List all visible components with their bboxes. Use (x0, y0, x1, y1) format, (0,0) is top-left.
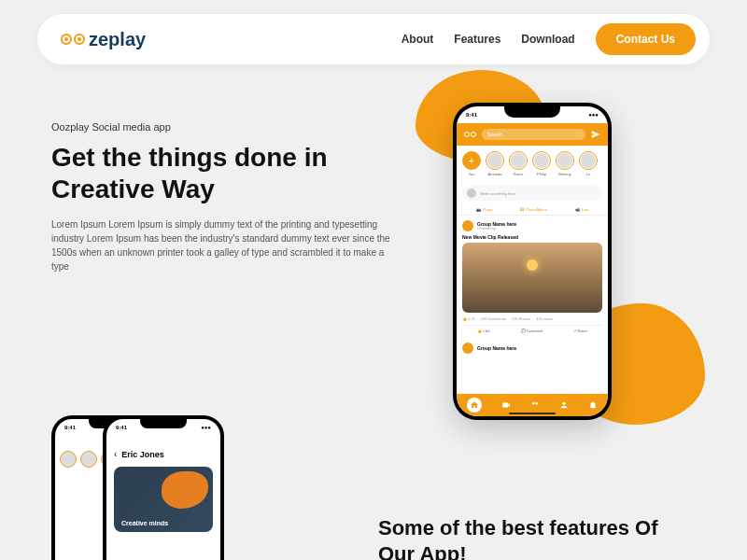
groups-icon[interactable] (530, 400, 540, 410)
hero-section: Oozplay Social media app Get the things … (51, 121, 397, 273)
notifications-icon[interactable] (588, 400, 598, 410)
post-timestamp: 10 minutes ago (477, 227, 516, 231)
features-section: 9:41●●● 9:41●●● ‹ Eric Jones Creative mi (51, 471, 696, 560)
feed-post: Group Name here (457, 341, 608, 361)
signal-icon: ●●● (588, 112, 599, 118)
story-item[interactable]: Le (579, 151, 598, 176)
shares-count: 126 Shares (512, 316, 530, 321)
post-action-row: 📷 Photo 🖼 Photo Album 📹 Live (457, 204, 608, 216)
post-avatar[interactable] (462, 343, 473, 354)
story-item (60, 451, 77, 468)
friends-icon[interactable] (559, 400, 569, 410)
likes-count: 👍 1.2k (462, 316, 475, 321)
phone-time: 9:41 (466, 112, 477, 118)
creative-card[interactable]: Creative minds (114, 467, 213, 532)
story-item (80, 451, 97, 468)
phone-mockup: 9:41 ●●● Search +You Amanda Grace Philip… (453, 103, 612, 420)
home-indicator (509, 413, 556, 414)
share-button[interactable]: ↗ Share (573, 329, 587, 333)
phone-notch (504, 106, 560, 118)
live-action[interactable]: 📹 Live (575, 207, 588, 212)
comments-count: 126 Comments (481, 316, 506, 321)
post-avatar[interactable] (462, 220, 473, 231)
hero-title: Get the things done in Creative Way (51, 142, 397, 204)
send-icon[interactable] (591, 130, 600, 139)
story-item[interactable]: Grace (509, 151, 528, 176)
navbar: zeplay About Features Download Contact U… (37, 14, 710, 64)
story-add[interactable]: +You (462, 151, 481, 176)
logo-eyes-icon (61, 34, 85, 45)
nav-links: About Features Download Contact Us (402, 23, 696, 55)
post-title: New Movie Clip Released (462, 234, 602, 240)
post-buttons: 👍 Like 💬 Comment ↗ Share (462, 325, 602, 336)
post-stats: 👍 1.2k 126 Comments 126 Shares 42k views (462, 313, 602, 325)
phone-mockup-area: 9:41 ●●● Search +You Amanda Grace Philip… (406, 70, 658, 443)
like-button[interactable]: 👍 Like (477, 329, 489, 333)
views-count: 42k views (536, 316, 553, 321)
nav-link-about[interactable]: About (402, 33, 434, 46)
nav-link-features[interactable]: Features (454, 33, 500, 46)
logo-text: zeplay (89, 29, 146, 50)
story-item[interactable]: Amanda (486, 151, 504, 176)
card-title: Creative minds (121, 520, 168, 526)
phone-mockup-front: 9:41●●● ‹ Eric Jones Creative minds (103, 415, 224, 560)
video-icon[interactable] (501, 400, 511, 410)
photo-action[interactable]: 📷 Photo (476, 207, 492, 212)
phones-mockup-group: 9:41●●● 9:41●●● ‹ Eric Jones Creative mi (51, 471, 275, 560)
comment-button[interactable]: 💬 Comment (521, 329, 543, 333)
app-header: Search (457, 123, 608, 146)
search-input[interactable]: Search (482, 129, 585, 140)
nav-link-download[interactable]: Download (521, 33, 574, 46)
post-input[interactable]: Write something here (462, 186, 602, 201)
feed-post: Group Name here 10 minutes ago New Movie… (457, 216, 608, 341)
home-icon[interactable] (467, 398, 482, 413)
user-avatar (467, 189, 476, 198)
profile-name: Eric Jones (121, 450, 164, 459)
hero-description: Lorem Ipsum Lorem Ipsum is simply dummy … (51, 217, 397, 273)
logo[interactable]: zeplay (61, 29, 146, 50)
post-username[interactable]: Group Name here (477, 345, 516, 351)
contact-button[interactable]: Contact Us (596, 23, 696, 55)
story-item[interactable]: Brittany (556, 151, 574, 176)
svg-point-0 (562, 402, 565, 405)
features-title: Some of the best features Of Our App! (378, 515, 696, 560)
story-item[interactable]: Philip (532, 151, 551, 176)
album-action[interactable]: 🖼 Photo Album (520, 207, 547, 212)
hero-tagline: Oozplay Social media app (51, 121, 397, 133)
app-logo-icon (464, 132, 476, 137)
post-image[interactable] (462, 243, 602, 313)
stories-row: +You Amanda Grace Philip Brittany Le (457, 146, 608, 182)
back-icon[interactable]: ‹ (114, 449, 117, 459)
